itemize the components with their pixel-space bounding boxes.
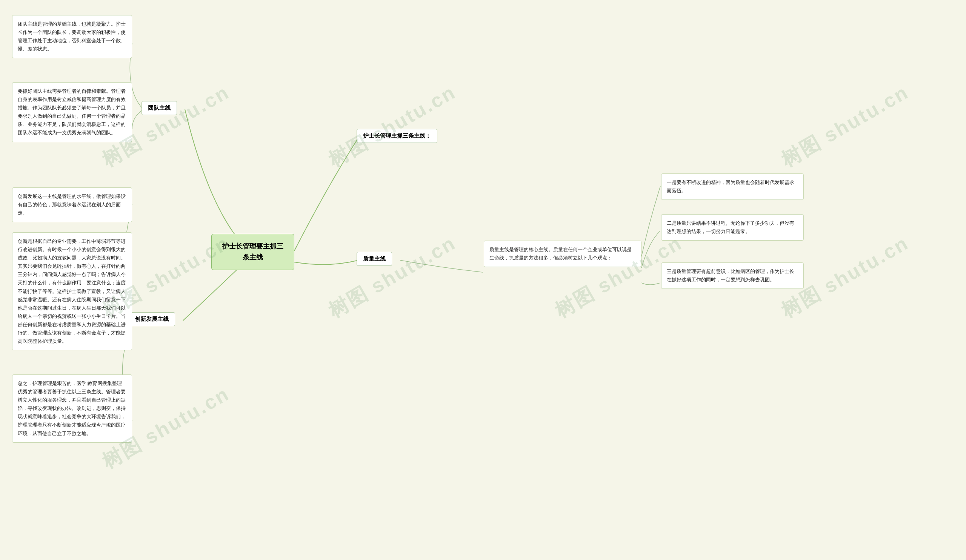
leaf-quality-3: 三是质量管理要有超前意识，比如病区的管理，作为护士长在抓好这项工作的同时，一定要… xyxy=(661,262,804,289)
watermark: 树图 shutu.cn xyxy=(324,79,461,174)
leaf-quality-2: 二是质量只讲结果不讲过程。无论你下了多少功夫，但没有达到理想的结果，一切努力只能… xyxy=(661,214,804,241)
mind-map-canvas: 树图 shutu.cn 树图 shutu.cn 树图 shutu.cn 树图 s… xyxy=(0,0,966,560)
content-layer: 树图 shutu.cn 树图 shutu.cn 树图 shutu.cn 树图 s… xyxy=(0,0,966,560)
central-node: 护士长管理要主抓三条主线 xyxy=(211,234,294,270)
branch-teamline: 团队主线 xyxy=(141,101,177,115)
watermark: 树图 shutu.cn xyxy=(777,79,913,174)
leaf-quality-1: 一是要有不断改进的精神，因为质量也会随着时代发展需求而落伍。 xyxy=(661,174,804,200)
branch-qualityline: 质量主线 xyxy=(356,252,392,266)
leaf-innov-1: 创新发展这一主线是管理的水平线，做管理如果没有自己的特色，那就意味着永远跟在别人… xyxy=(12,187,132,222)
leaf-team-2: 要抓好团队主线需要管理者的自律和奉献。管理者自身的表率作用是树立威信和提高管理力… xyxy=(12,82,132,142)
branch-innovline: 创新发展主线 xyxy=(128,312,175,326)
leaf-summary: 总之，护理管理是艰苦的，医学|教育网搜集整理优秀的管理者要善于抓住以上三条主线。… xyxy=(12,375,132,443)
leaf-quality-main: 质量主线是管理的核心主线。质量在任何一个企业或单位可以说是生命线，抓质量的方法很… xyxy=(484,241,641,267)
leaf-team-1: 团队主线是管理的基础主线，也就是凝聚力。护士长作为一个团队的队长，要调动大家的积… xyxy=(12,15,132,58)
branch-headline: 护士长管理主抓三条主线： xyxy=(356,129,437,143)
leaf-innov-2: 创新是根据自己的专业需要，工作中薄弱环节等进行改进创新。有时候一个小小的创意会得… xyxy=(12,232,132,350)
watermark: 树图 shutu.cn xyxy=(324,230,461,324)
